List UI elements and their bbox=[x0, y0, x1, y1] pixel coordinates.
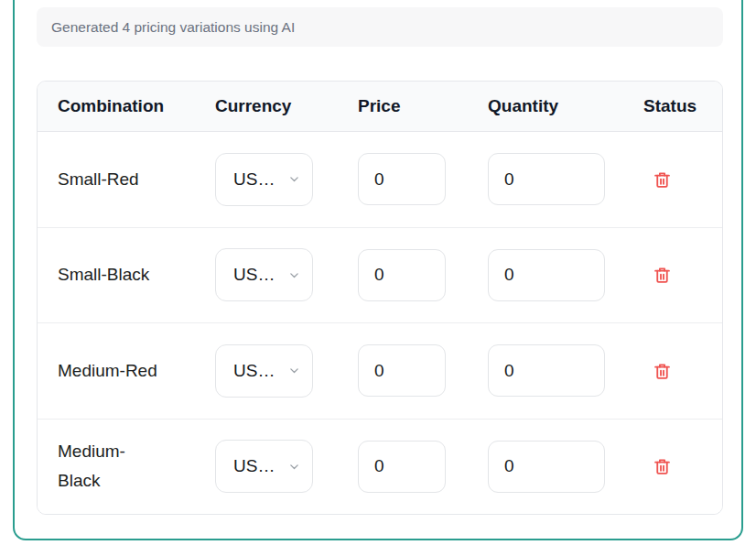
currency-select-value: US… bbox=[233, 265, 275, 285]
quantity-input[interactable] bbox=[488, 153, 605, 205]
price-input[interactable] bbox=[358, 249, 446, 301]
trash-icon bbox=[653, 456, 672, 476]
delete-row-button[interactable] bbox=[651, 455, 673, 477]
currency-select-value: US… bbox=[233, 361, 275, 381]
currency-select[interactable]: US… bbox=[215, 248, 313, 301]
column-header-combination: Combination bbox=[38, 96, 197, 116]
combination-label: Medium-Red bbox=[58, 356, 157, 386]
column-header-currency: Currency bbox=[197, 96, 340, 116]
column-header-price: Price bbox=[340, 96, 471, 116]
delete-row-button[interactable] bbox=[651, 360, 673, 382]
table-header-row: Combination Currency Price Quantity Stat… bbox=[38, 82, 722, 132]
trash-icon bbox=[653, 265, 672, 285]
table-row: Small-Red US… bbox=[38, 132, 722, 228]
delete-row-button[interactable] bbox=[651, 169, 673, 191]
price-input[interactable] bbox=[358, 441, 446, 493]
combination-label: Small-Red bbox=[58, 165, 139, 194]
generation-status-text: Generated 4 pricing variations using AI bbox=[51, 19, 295, 36]
chevron-down-icon bbox=[288, 461, 300, 473]
trash-icon bbox=[653, 169, 672, 190]
generation-status-banner: Generated 4 pricing variations using AI bbox=[37, 7, 723, 47]
column-header-status: Status bbox=[629, 96, 722, 116]
table-row: Medium-Red US… bbox=[38, 323, 722, 420]
quantity-input[interactable] bbox=[488, 344, 605, 397]
quantity-input[interactable] bbox=[488, 441, 605, 493]
currency-select[interactable]: US… bbox=[215, 440, 313, 493]
chevron-down-icon bbox=[288, 173, 300, 185]
price-input[interactable] bbox=[358, 153, 446, 205]
currency-select[interactable]: US… bbox=[215, 344, 313, 398]
currency-select-value: US… bbox=[233, 169, 275, 190]
delete-row-button[interactable] bbox=[651, 264, 673, 286]
pricing-table: Combination Currency Price Quantity Stat… bbox=[37, 81, 723, 515]
column-header-quantity: Quantity bbox=[471, 96, 629, 116]
chevron-down-icon bbox=[288, 269, 300, 281]
price-input[interactable] bbox=[358, 344, 446, 397]
quantity-input[interactable] bbox=[488, 249, 605, 301]
table-row: Medium-Black US… bbox=[38, 420, 722, 515]
currency-select[interactable]: US… bbox=[215, 153, 313, 206]
combination-label: Small-Black bbox=[58, 260, 149, 289]
table-row: Small-Black US… bbox=[38, 228, 722, 324]
combination-label: Medium-Black bbox=[58, 437, 164, 496]
pricing-variations-panel: Generated 4 pricing variations using AI … bbox=[13, 0, 743, 540]
currency-select-value: US… bbox=[233, 456, 275, 476]
chevron-down-icon bbox=[288, 365, 300, 376]
trash-icon bbox=[653, 361, 672, 381]
